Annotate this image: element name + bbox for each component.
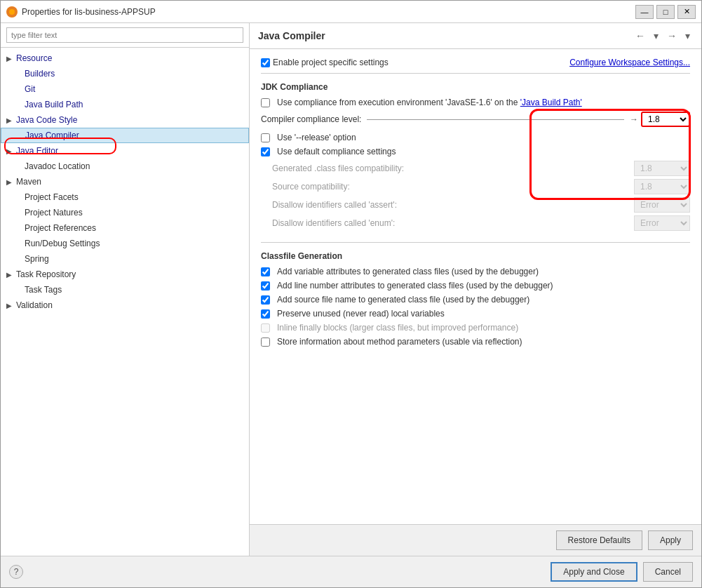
sidebar-item-label: Java Build Path	[25, 100, 83, 109]
sidebar-item-java-code-style[interactable]: ▶ Java Code Style	[1, 112, 249, 128]
use-release-row: Use '--release' option	[261, 133, 690, 142]
sidebar-item-label: Run/Debug Settings	[25, 239, 100, 248]
sidebar-item-label: Java Compiler	[25, 131, 79, 140]
sidebar-item-project-references[interactable]: Project References	[1, 220, 249, 236]
sidebar-item-java-build-path[interactable]: Java Build Path	[1, 97, 249, 112]
store-info-checkbox[interactable]	[261, 338, 270, 347]
svg-point-0	[9, 9, 15, 15]
compliance-level-row: Compiler compliance level: → 1.8 1.7 1.6…	[261, 112, 690, 127]
add-variable-row: Add variable attributes to generated cla…	[261, 267, 690, 276]
sidebar-item-label: Git	[25, 84, 35, 94]
window-icon	[6, 6, 18, 18]
use-release-checkbox[interactable]	[261, 133, 270, 142]
arrow-icon: ▶	[6, 55, 15, 62]
sidebar-item-task-tags[interactable]: Task Tags	[1, 282, 249, 298]
source-compat-row: Source compatibility: 1.8	[261, 179, 690, 194]
sidebar-item-validation[interactable]: ▶ Validation	[1, 298, 249, 313]
classfile-generation-section: Classfile Generation Add variable attrib…	[261, 251, 690, 347]
sidebar-item-label: Task Tags	[25, 285, 62, 295]
sidebar-item-label: Resource	[16, 53, 52, 63]
apply-close-button[interactable]: Apply and Close	[551, 562, 637, 582]
forward-button[interactable]: →	[664, 29, 680, 43]
sidebar-item-javadoc-location[interactable]: Javadoc Location	[1, 159, 249, 174]
nav-arrows: ← ▾ → ▾	[633, 29, 693, 43]
panel-title: Java Compiler	[258, 30, 325, 41]
enable-settings-row: Enable project specific settings Configu…	[261, 58, 690, 67]
use-default-row: Use default compliance settings	[261, 147, 690, 156]
inline-finally-checkbox	[261, 323, 270, 333]
use-default-label: Use default compliance settings	[277, 147, 396, 156]
filter-box	[1, 23, 249, 48]
add-variable-checkbox[interactable]	[261, 267, 270, 276]
compliance-arrow: →	[630, 114, 638, 124]
sidebar-item-label: Maven	[16, 177, 41, 187]
generated-class-select: 1.8	[634, 161, 690, 176]
use-compliance-label: Use compliance from execution environmen…	[277, 98, 582, 107]
apply-button[interactable]: Apply	[648, 530, 693, 550]
sidebar-item-resource[interactable]: ▶ Resource	[1, 51, 249, 66]
maximize-button[interactable]: □	[656, 5, 675, 19]
search-input[interactable]	[6, 27, 243, 43]
add-line-number-checkbox[interactable]	[261, 281, 270, 290]
sidebar-item-project-natures[interactable]: Project Natures	[1, 205, 249, 220]
sidebar-item-maven[interactable]: ▶ Maven	[1, 174, 249, 189]
sidebar-item-task-repository[interactable]: ▶ Task Repository	[1, 267, 249, 282]
disallow-enum-label: Disallow identifiers called 'enum':	[272, 218, 634, 228]
use-compliance-row: Use compliance from execution environmen…	[261, 98, 690, 107]
main-window: Properties for lis-business-APPSUP — □ ✕…	[0, 0, 702, 588]
window-controls: — □ ✕	[635, 5, 696, 19]
sidebar-item-java-editor[interactable]: ▶ Java Editor	[1, 143, 249, 159]
store-info-row: Store information about method parameter…	[261, 337, 690, 347]
forward-dropdown-button[interactable]: ▾	[682, 29, 693, 43]
generated-class-label: Generated .class files compatibility:	[272, 163, 634, 173]
close-button[interactable]: ✕	[677, 5, 696, 19]
sidebar-item-label: Spring	[25, 254, 49, 264]
disallow-assert-row: Disallow identifiers called 'assert': Er…	[261, 197, 690, 213]
sidebar-item-java-compiler[interactable]: Java Compiler	[1, 128, 249, 143]
disallow-enum-select: Error	[634, 215, 690, 231]
sidebar-item-label: Java Editor	[16, 146, 58, 156]
back-button[interactable]: ←	[633, 29, 648, 43]
store-info-label: Store information about method parameter…	[277, 337, 522, 347]
use-compliance-checkbox[interactable]	[261, 98, 270, 107]
source-compat-label: Source compatibility:	[272, 182, 634, 192]
disallow-assert-select: Error	[634, 197, 690, 213]
source-compat-select: 1.8	[634, 179, 690, 194]
preserve-unused-label: Preserve unused (never read) local varia…	[277, 309, 445, 319]
inline-finally-label: Inline finally blocks (larger class file…	[277, 323, 518, 333]
preserve-unused-checkbox[interactable]	[261, 309, 270, 319]
sidebar-item-label: Project Natures	[25, 208, 83, 218]
sidebar-item-label: Validation	[16, 300, 53, 310]
help-button[interactable]: ?	[9, 565, 23, 579]
back-dropdown-button[interactable]: ▾	[651, 29, 661, 43]
add-source-file-row: Add source file name to generated class …	[261, 295, 690, 305]
sidebar-item-git[interactable]: Git	[1, 81, 249, 97]
right-panel: Java Compiler ← ▾ → ▾ Enable project spe…	[250, 23, 701, 556]
compliance-level-select[interactable]: 1.8 1.7 1.6 1.5	[641, 112, 690, 127]
sidebar-item-label: Task Repository	[16, 269, 76, 279]
disallow-assert-label: Disallow identifiers called 'assert':	[272, 200, 634, 210]
restore-defaults-button[interactable]: Restore Defaults	[556, 530, 642, 550]
preserve-unused-row: Preserve unused (never read) local varia…	[261, 309, 690, 319]
java-build-path-link[interactable]: 'Java Build Path'	[520, 98, 582, 107]
arrow-icon: ▶	[6, 302, 15, 309]
sidebar-item-label: Java Code Style	[16, 115, 77, 125]
add-source-file-label: Add source file name to generated class …	[277, 295, 529, 305]
sidebar-item-run-debug[interactable]: Run/Debug Settings	[1, 236, 249, 251]
sidebar-item-label: Builders	[25, 69, 55, 79]
arrow-icon: ▶	[6, 147, 15, 155]
configure-workspace-link[interactable]: Configure Workspace Settings...	[569, 58, 690, 67]
enable-project-checkbox[interactable]	[261, 58, 270, 67]
enable-project-label: Enable project specific settings	[273, 58, 389, 67]
classfile-section-title: Classfile Generation	[261, 251, 690, 261]
sidebar-item-spring[interactable]: Spring	[1, 251, 249, 267]
use-default-checkbox[interactable]	[261, 147, 270, 156]
sidebar-item-project-facets[interactable]: Project Facets	[1, 189, 249, 205]
right-header: Java Compiler ← ▾ → ▾	[250, 23, 701, 49]
cancel-button[interactable]: Cancel	[643, 562, 693, 582]
minimize-button[interactable]: —	[635, 5, 654, 19]
sidebar-item-builders[interactable]: Builders	[1, 66, 249, 81]
window-title: Properties for lis-business-APPSUP	[22, 7, 635, 17]
footer-buttons: Apply and Close Cancel	[551, 562, 693, 582]
add-source-file-checkbox[interactable]	[261, 295, 270, 305]
